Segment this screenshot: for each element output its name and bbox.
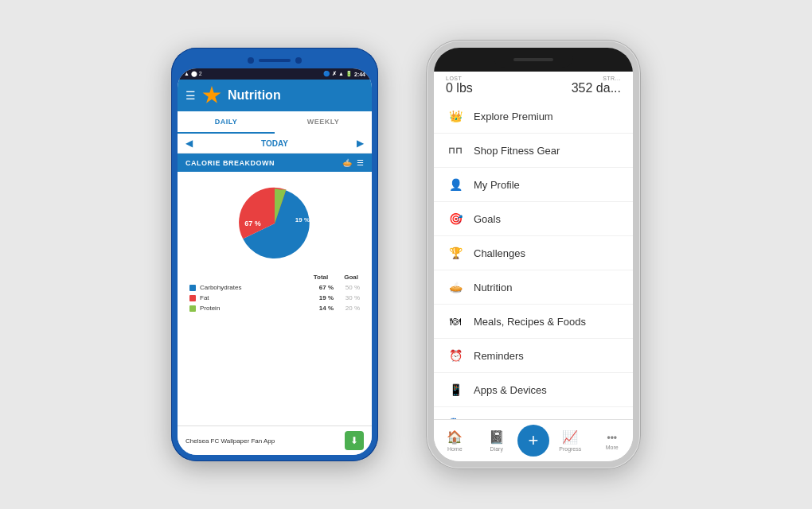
menu-item-shop-fitness-gear[interactable]: ⊓⊓ Shop Fitness Gear	[434, 134, 633, 168]
menu-icon[interactable]: ☰	[185, 89, 196, 102]
ios-stats-bar: LOST 0 lbs STR... 352 da...	[434, 72, 633, 99]
home-icon: 🏠	[447, 429, 463, 445]
nav-diary[interactable]: 📓 Diary	[476, 429, 518, 452]
carbs-color	[189, 285, 196, 291]
add-icon: +	[529, 430, 539, 451]
legend-header: Total Goal	[189, 274, 360, 281]
pie-label-67: 67 %	[244, 220, 261, 227]
diary-label: Diary	[490, 446, 503, 452]
next-arrow[interactable]: ▶	[357, 138, 364, 149]
status-time: 2:44	[354, 72, 365, 77]
android-header: ☰ Nutrition	[178, 80, 372, 111]
logo-star-icon	[202, 86, 221, 105]
nutrition-label: Nutrition	[474, 282, 512, 293]
carbs-goal: 50 %	[338, 284, 360, 291]
calorie-header-icons: 🥧 ☰	[342, 158, 364, 167]
android-camera-2	[295, 57, 302, 64]
menu-item-meals[interactable]: 🍽 Meals, Recipes & Foods	[434, 305, 633, 339]
stat-streak: STR... 352 da...	[572, 76, 621, 95]
challenges-label: Challenges	[474, 247, 525, 259]
menu-item-reminders[interactable]: ⏰ Reminders	[434, 339, 633, 373]
scene: ▲ ⬤ 2 🔵 ✗ ▲ 🔋 2:44 ☰ Nutrition DAILY WEE…	[0, 0, 812, 509]
pie-chart-icon[interactable]: 🥧	[342, 158, 352, 167]
nav-progress[interactable]: 📈 Progress	[549, 429, 591, 452]
ios-notch	[494, 52, 573, 68]
menu-item-apps-devices[interactable]: 📱 Apps & Devices	[434, 373, 633, 407]
shop-fitness-gear-label: Shop Fitness Gear	[474, 145, 560, 157]
progress-icon: 📈	[562, 429, 578, 445]
progress-label: Progress	[559, 446, 581, 452]
protein-name: Protein	[200, 305, 304, 312]
legend-area: Total Goal Carbohydrates 67 % 50 % Fat 1…	[185, 274, 364, 315]
profile-icon: 👤	[447, 176, 464, 193]
nav-more[interactable]: ••• More	[591, 432, 634, 450]
chart-area: 67 % 19 % Total Goal Carbohydrates 67 % …	[178, 172, 372, 425]
menu-item-my-profile[interactable]: 👤 My Profile	[434, 168, 633, 202]
tabs-row: DAILY WEEKLY	[178, 111, 372, 134]
legend-item-carbs: Carbohydrates 67 % 50 %	[189, 284, 360, 291]
calorie-breakdown-header: CALORIE BREAKDOWN 🥧 ☰	[178, 153, 372, 172]
carbs-total: 67 %	[308, 284, 334, 291]
status-left: ▲ ⬤ 2	[184, 71, 202, 77]
ios-notch-bar	[434, 48, 633, 72]
status-icons: 🔵 ✗ ▲ 🔋	[323, 71, 353, 77]
status-right: 🔵 ✗ ▲ 🔋 2:44	[323, 71, 365, 77]
menu-item-explore-premium[interactable]: 👑 Explore Premium	[434, 99, 633, 134]
nav-home[interactable]: 🏠 Home	[434, 429, 476, 452]
android-screen: ▲ ⬤ 2 🔵 ✗ ▲ 🔋 2:44 ☰ Nutrition DAILY WEE…	[178, 68, 372, 455]
menu-item-challenges[interactable]: 🏆 Challenges	[434, 236, 633, 270]
ios-notch-pill	[513, 58, 553, 61]
ios-bottom-nav: 🏠 Home 📓 Diary + 📈 Progress ••• More	[434, 419, 633, 461]
legend-item-protein: Protein 14 % 20 %	[189, 305, 360, 312]
android-status-bar: ▲ ⬤ 2 🔵 ✗ ▲ 🔋 2:44	[178, 68, 372, 80]
android-phone: ▲ ⬤ 2 🔵 ✗ ▲ 🔋 2:44 ☰ Nutrition DAILY WEE…	[171, 48, 378, 461]
menu-item-steps[interactable]: 👣 Steps	[434, 407, 633, 419]
lost-label: LOST	[446, 76, 473, 81]
goals-icon: 🎯	[447, 210, 464, 227]
fat-color	[189, 295, 196, 301]
my-profile-label: My Profile	[474, 179, 520, 191]
signal-icons: ▲ ⬤ 2	[184, 71, 202, 77]
under-armour-icon: ⊓⊓	[447, 142, 464, 159]
more-label: More	[606, 445, 619, 450]
fat-goal: 30 %	[338, 294, 360, 301]
app-banner: Chelsea FC Wallpaper Fan App ⬇	[178, 425, 372, 455]
ios-menu: 👑 Explore Premium ⊓⊓ Shop Fitness Gear 👤…	[434, 99, 633, 419]
pie-label-19: 19 %	[295, 216, 310, 223]
col-goal: Goal	[344, 274, 358, 281]
apps-devices-icon: 📱	[447, 381, 464, 398]
meals-label: Meals, Recipes & Foods	[474, 316, 586, 328]
nav-add-button[interactable]: +	[517, 425, 549, 457]
banner-text: Chelsea FC Wallpaper Fan App	[185, 437, 345, 445]
reminders-label: Reminders	[474, 350, 524, 362]
legend-item-fat: Fat 19 % 30 %	[189, 294, 360, 301]
stat-lost: LOST 0 lbs	[446, 76, 473, 95]
calorie-title: CALORIE BREAKDOWN	[185, 159, 275, 167]
download-button[interactable]: ⬇	[345, 431, 364, 450]
challenges-icon: 🏆	[447, 244, 464, 262]
nav-row: ◀ TODAY ▶	[178, 134, 372, 153]
fat-name: Fat	[200, 294, 304, 301]
tab-daily[interactable]: DAILY	[178, 111, 275, 134]
streak-label: STR...	[572, 76, 621, 81]
crown-icon: 👑	[447, 107, 464, 125]
reminders-icon: ⏰	[447, 347, 464, 364]
streak-value: 352 da...	[572, 81, 621, 95]
list-icon[interactable]: ☰	[357, 158, 364, 167]
menu-item-goals[interactable]: 🎯 Goals	[434, 202, 633, 236]
prev-arrow[interactable]: ◀	[185, 138, 193, 149]
protein-color	[189, 305, 196, 312]
android-notch	[178, 54, 372, 67]
fat-total: 19 %	[308, 294, 334, 301]
lost-value: 0 lbs	[446, 81, 473, 95]
pie-chart: 67 % 19 %	[231, 180, 318, 267]
meals-icon: 🍽	[447, 313, 464, 330]
ios-phone: LOST 0 lbs STR... 352 da... 👑 Explore Pr…	[426, 40, 641, 469]
ios-screen: LOST 0 lbs STR... 352 da... 👑 Explore Pr…	[434, 48, 633, 461]
goals-label: Goals	[474, 213, 501, 225]
diary-icon: 📓	[489, 429, 505, 445]
android-camera	[248, 57, 254, 64]
more-icon: •••	[607, 432, 617, 443]
tab-weekly[interactable]: WEEKLY	[275, 111, 372, 134]
menu-item-nutrition[interactable]: 🥧 Nutrition	[434, 270, 633, 305]
